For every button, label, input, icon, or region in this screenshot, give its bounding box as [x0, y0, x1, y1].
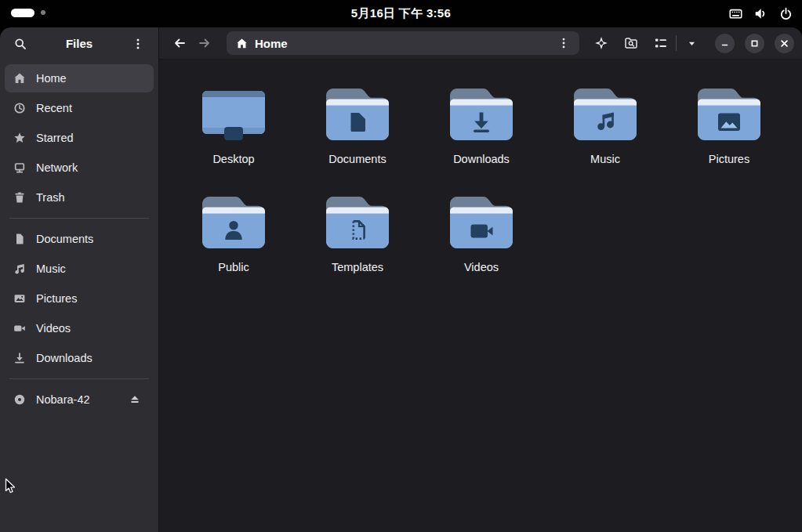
search-everywhere-button[interactable] [589, 31, 614, 55]
sidebar-header: Files [0, 27, 158, 60]
sidebar-item-label: Network [36, 161, 78, 174]
sidebar: Files Home Recent Starred Network Tra [0, 27, 159, 532]
forward-arrow-icon [198, 37, 211, 49]
sidebar-item-label: Nobara-42 [36, 393, 90, 406]
eject-icon [129, 394, 140, 405]
sidebar-item-label: Downloads [36, 352, 93, 364]
music-note-icon [13, 262, 26, 275]
view-toggle-button[interactable] [648, 31, 673, 55]
trash-icon [13, 191, 26, 204]
image-glyph [698, 89, 760, 140]
screen: 5月16日 下午 3:56 Files [0, 0, 802, 532]
split-divider [676, 35, 677, 51]
sidebar-item-network[interactable]: Network [5, 154, 154, 182]
app-title: Files [66, 37, 93, 50]
clock[interactable]: 5月16日 下午 3:56 [0, 6, 802, 21]
window-controls [715, 34, 794, 53]
chevron-down-icon [687, 38, 697, 49]
music-glyph [574, 89, 637, 140]
kebab-menu-icon [132, 38, 144, 50]
sidebar-item-label: Pictures [36, 292, 77, 305]
folder-item-public[interactable]: Public [172, 183, 296, 291]
folder-grid: Desktop Documents Downloads Music Pictur… [159, 60, 802, 532]
path-bar[interactable]: Home [227, 31, 579, 55]
power-icon [779, 7, 793, 20]
sidebar-item-label: Home [36, 72, 67, 85]
close-icon [778, 38, 790, 49]
app-menu-button[interactable] [125, 32, 151, 56]
desktop-icon [202, 89, 265, 140]
folder-label: Music [590, 153, 620, 165]
folder-label: Downloads [453, 153, 510, 165]
folder-label: Pictures [709, 153, 749, 165]
view-list-icon [654, 36, 668, 50]
home-icon [236, 38, 248, 49]
search-folder-button[interactable] [619, 31, 644, 55]
template-glyph [326, 197, 389, 248]
folder-item-pictures[interactable]: Pictures [667, 75, 791, 183]
sidebar-item-trash[interactable]: Trash [5, 183, 154, 212]
view-split-button [648, 31, 704, 55]
folder-item-videos[interactable]: Videos [419, 183, 543, 291]
sidebar-item-pictures[interactable]: Pictures [5, 284, 154, 313]
search-icon [14, 38, 27, 50]
sidebar-item-music[interactable]: Music [5, 255, 154, 283]
sidebar-list: Home Recent Starred Network Trash Docume… [0, 60, 158, 532]
folder-label: Desktop [212, 153, 254, 165]
volume-icon [754, 7, 768, 20]
sidebar-item-starred[interactable]: Starred [5, 124, 154, 152]
sidebar-item-label: Documents [36, 233, 93, 245]
search-folder-icon [624, 36, 638, 50]
folder-item-music[interactable]: Music [543, 75, 667, 183]
home-icon [13, 72, 26, 85]
sidebar-separator [9, 218, 149, 219]
sidebar-item-label: Music [36, 262, 66, 275]
folder-item-desktop[interactable]: Desktop [172, 75, 296, 183]
sidebar-item-videos[interactable]: Videos [5, 314, 154, 342]
download-icon [13, 352, 26, 364]
search-button[interactable] [8, 32, 33, 56]
maximize-button[interactable] [745, 34, 764, 53]
folder-label: Videos [464, 261, 499, 273]
sidebar-item-nobara-42[interactable]: Nobara-42 [5, 385, 154, 414]
close-button[interactable] [775, 34, 794, 53]
folder-item-downloads[interactable]: Downloads [419, 75, 543, 183]
video-glyph [450, 197, 513, 248]
maximize-icon [749, 38, 760, 49]
files-window: Files Home Recent Starred Network Tra [0, 27, 802, 532]
download-glyph [450, 89, 513, 140]
kebab-menu-icon [557, 37, 570, 49]
sidebar-item-label: Videos [36, 322, 71, 335]
view-options-button[interactable] [679, 31, 704, 55]
clock-icon [13, 102, 26, 114]
keyboard-icon [729, 7, 742, 20]
folder-item-documents[interactable]: Documents [296, 75, 419, 183]
sidebar-item-downloads[interactable]: Downloads [5, 344, 154, 372]
video-camera-icon [13, 322, 26, 335]
document-icon [13, 233, 26, 245]
headerbar: Home [159, 27, 802, 60]
person-glyph [202, 197, 265, 248]
sidebar-item-label: Recent [36, 102, 72, 114]
network-icon [13, 161, 26, 174]
folder-item-templates[interactable]: Templates [296, 183, 419, 291]
back-arrow-icon [173, 37, 186, 49]
folder-label: Documents [328, 153, 386, 165]
sidebar-item-label: Trash [36, 191, 65, 204]
document-glyph [326, 89, 389, 140]
system-status-area[interactable] [729, 7, 793, 20]
sidebar-separator [9, 378, 149, 379]
current-location: Home [255, 37, 288, 50]
folder-label: Public [218, 261, 249, 273]
star-icon [13, 132, 26, 144]
back-button[interactable] [167, 31, 192, 55]
path-menu-button[interactable] [551, 31, 576, 55]
eject-button[interactable] [125, 389, 145, 410]
image-icon [13, 292, 26, 305]
sidebar-item-home[interactable]: Home [5, 64, 154, 92]
sidebar-item-documents[interactable]: Documents [5, 225, 154, 253]
main-pane: Home [159, 27, 802, 532]
minimize-button[interactable] [715, 34, 735, 53]
forward-button[interactable] [192, 31, 217, 55]
sidebar-item-recent[interactable]: Recent [5, 94, 154, 122]
